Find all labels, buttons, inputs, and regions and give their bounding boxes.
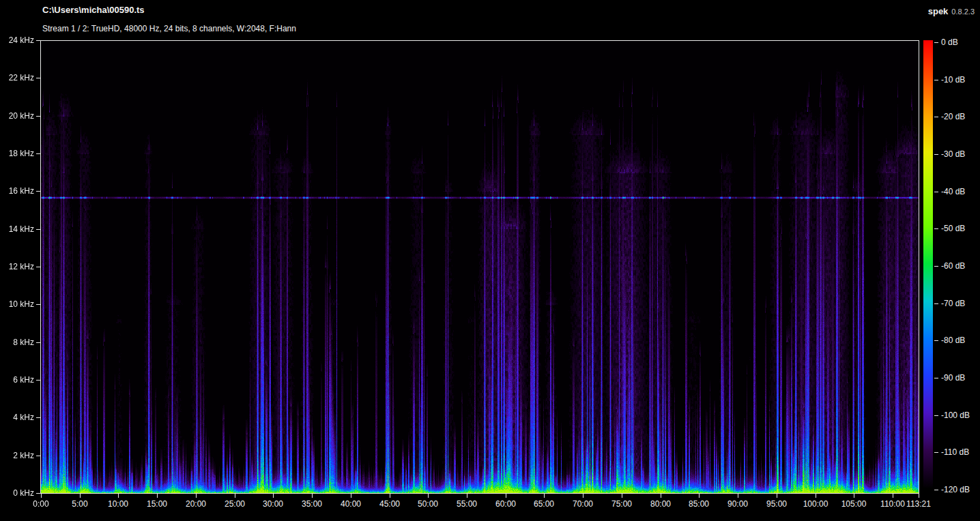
time-tick <box>118 494 119 498</box>
time-tick-label: 50:00 <box>418 499 438 509</box>
file-path: C:\Users\micha\00590.ts <box>42 5 145 15</box>
db-tick <box>934 42 938 43</box>
freq-tick-label: 4 kHz <box>0 413 34 422</box>
time-tick <box>544 494 545 498</box>
freq-tick-label: 20 kHz <box>0 111 34 121</box>
time-tick-label: 113:21 <box>906 499 931 509</box>
db-tick <box>934 340 938 341</box>
spek-window: C:\Users\micha\00590.ts Stream 1 / 2: Tr… <box>0 0 980 521</box>
time-tick <box>157 494 158 498</box>
time-tick <box>583 494 583 498</box>
time-tick-label: 70:00 <box>573 499 593 509</box>
time-tick-label: 35:00 <box>302 499 322 509</box>
db-tick <box>934 192 938 192</box>
db-tick-label: -10 dB <box>941 75 965 85</box>
time-tick-label: 100:00 <box>803 499 828 509</box>
db-tick <box>934 154 938 155</box>
time-tick <box>273 494 274 498</box>
time-tick <box>777 494 777 498</box>
app-version: 0.8.2.3 <box>951 8 975 16</box>
db-tick-label: 0 dB <box>941 38 958 47</box>
time-tick <box>428 494 429 498</box>
freq-tick <box>36 304 40 305</box>
time-tick <box>196 494 197 498</box>
db-tick <box>934 378 938 378</box>
time-tick-label: 20:00 <box>186 499 206 509</box>
db-tick <box>934 452 938 453</box>
freq-tick <box>36 267 40 267</box>
db-tick <box>934 80 938 80</box>
time-tick-label: 60:00 <box>495 499 516 509</box>
db-tick-label: -20 dB <box>941 112 965 121</box>
freq-tick-label: 6 kHz <box>0 375 34 385</box>
freq-tick-label: 12 kHz <box>0 262 34 271</box>
db-tick <box>934 266 938 267</box>
time-tick <box>893 494 893 498</box>
time-tick <box>80 494 81 498</box>
time-tick <box>506 494 506 498</box>
time-tick-label: 75:00 <box>611 499 632 509</box>
db-tick-label: -40 dB <box>941 187 965 196</box>
freq-tick-label: 2 kHz <box>0 451 34 460</box>
db-tick <box>934 228 938 229</box>
app-brand: spek0.8.2.3 <box>928 6 975 16</box>
freq-tick-label: 24 kHz <box>0 35 34 45</box>
time-tick-label: 0:00 <box>33 499 48 509</box>
db-tick-label: -50 dB <box>941 224 965 233</box>
time-tick-label: 80:00 <box>650 499 671 509</box>
time-tick <box>467 494 467 498</box>
db-tick-label: -90 dB <box>941 373 965 383</box>
db-tick-label: -70 dB <box>941 299 965 308</box>
freq-tick <box>36 153 40 154</box>
freq-tick <box>36 380 40 381</box>
time-tick-label: 85:00 <box>689 499 709 509</box>
freq-tick <box>36 116 40 117</box>
time-tick <box>738 494 738 498</box>
freq-tick <box>36 417 40 418</box>
db-tick-label: -80 dB <box>941 336 965 345</box>
time-tick-label: 40:00 <box>341 499 361 509</box>
db-tick-label: -110 dB <box>941 447 969 457</box>
freq-tick <box>36 191 40 192</box>
freq-tick <box>36 493 40 494</box>
db-tick-label: -100 dB <box>941 411 970 420</box>
freq-tick-label: 18 kHz <box>0 149 34 158</box>
time-tick-label: 15:00 <box>147 499 167 509</box>
freq-tick-label: 14 kHz <box>0 224 34 234</box>
time-tick-label: 95:00 <box>766 499 787 509</box>
freq-tick-label: 10 kHz <box>0 299 34 309</box>
freq-tick-label: 0 kHz <box>0 488 34 498</box>
time-tick-label: 110:00 <box>880 499 905 509</box>
db-tick <box>934 117 938 117</box>
time-tick <box>661 494 661 498</box>
freq-tick <box>36 78 40 78</box>
time-tick-label: 10:00 <box>108 499 128 509</box>
freq-tick <box>36 40 40 41</box>
time-tick-label: 55:00 <box>457 499 477 509</box>
stream-info: Stream 1 / 2: TrueHD, 48000 Hz, 24 bits,… <box>42 24 296 33</box>
time-tick <box>816 494 816 498</box>
freq-tick-label: 8 kHz <box>0 338 34 347</box>
spectrogram-canvas <box>41 41 919 493</box>
time-tick <box>312 494 313 498</box>
db-tick <box>934 415 938 416</box>
time-tick <box>41 494 42 498</box>
time-tick-label: 65:00 <box>534 499 554 509</box>
time-tick <box>235 494 235 498</box>
freq-tick-label: 22 kHz <box>0 73 34 83</box>
time-tick-label: 45:00 <box>379 499 400 509</box>
colorbar-gradient <box>923 40 933 488</box>
db-tick-label: -30 dB <box>941 149 965 159</box>
time-tick-label: 25:00 <box>225 499 245 509</box>
time-tick-label: 30:00 <box>263 499 283 509</box>
freq-tick <box>36 342 40 343</box>
freq-tick <box>36 229 40 230</box>
db-tick <box>934 490 938 490</box>
time-tick <box>622 494 622 498</box>
time-tick-label: 105:00 <box>841 499 867 509</box>
time-tick-label: 5:00 <box>72 499 87 509</box>
app-name: spek <box>928 6 949 16</box>
db-tick-label: -120 dB <box>941 485 970 494</box>
db-tick-label: -60 dB <box>941 261 965 271</box>
freq-tick <box>36 456 40 456</box>
